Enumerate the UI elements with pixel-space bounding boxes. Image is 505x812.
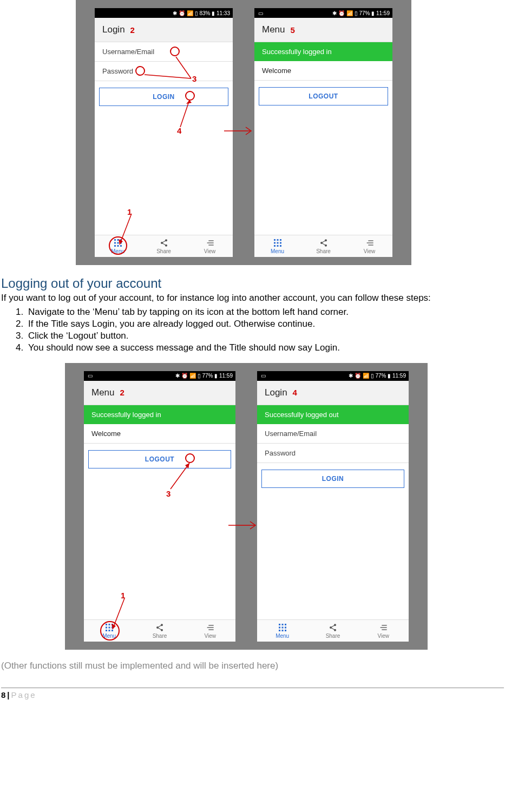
phone-menu: ▭ ✱ ⏰ 📶 ▯ 77% ▮ 11:59 Menu 2 Successfull… — [84, 371, 235, 642]
list-icon — [187, 239, 233, 247]
step-item: Click the ‘Logout’ button. — [26, 331, 505, 341]
svg-rect-27 — [280, 245, 281, 247]
step-item: You should now see a success message and… — [26, 342, 505, 353]
status-icons: ✱ ⏰ 📶 ▯ 77% ▮ 11:59 — [332, 10, 390, 16]
password-field[interactable]: Password — [95, 62, 233, 81]
success-banner: Successfully logged in — [254, 42, 392, 61]
annotation-1: 1 — [127, 207, 132, 216]
tab-share[interactable]: Share — [134, 620, 185, 642]
status-icons: ✱ ⏰ 📶 ▯ 77% ▮ 11:59 — [175, 373, 233, 379]
annotation-2: 2 — [120, 388, 124, 397]
screen-title: Menu — [91, 387, 115, 398]
section-heading: Logging out of your account — [0, 276, 505, 291]
svg-rect-54 — [279, 630, 280, 631]
title-bar: Menu 2 — [84, 381, 235, 405]
page-label: Page — [11, 690, 37, 699]
image-icon: ▭ — [88, 373, 93, 379]
figure-login-flow: ✱ ⏰ 📶 ▯ 83% ▮ 11:33 Login 2 Username/Ema… — [76, 0, 411, 265]
bottom-nav: Menu Share View — [84, 619, 235, 642]
annotation-4: 4 — [293, 388, 297, 397]
username-field[interactable]: Username/Email — [257, 424, 409, 444]
tab-view[interactable]: View — [185, 620, 235, 642]
tab-share[interactable]: Share — [300, 235, 346, 257]
share-icon — [300, 239, 346, 247]
status-icons: ✱ ⏰ 📶 ▯ 83% ▮ 11:33 — [173, 10, 230, 16]
svg-rect-56 — [285, 630, 286, 631]
status-icons: ✱ ⏰ 📶 ▯ 77% ▮ 11:59 — [349, 373, 406, 379]
title-bar: Menu 5 — [254, 18, 392, 42]
annotation-5: 5 — [291, 25, 295, 35]
svg-rect-53 — [285, 626, 286, 628]
svg-rect-20 — [277, 239, 278, 241]
screen-title: Login — [102, 24, 125, 35]
status-bar: ▭ ✱ ⏰ 📶 ▯ 77% ▮ 11:59 — [84, 371, 235, 381]
svg-rect-51 — [279, 626, 280, 628]
login-button[interactable]: LOGIN — [261, 470, 404, 488]
share-icon — [141, 239, 187, 247]
phone-login-after: ▭ ✱ ⏰ 📶 ▯ 77% ▮ 11:59 Login 4 Successful… — [257, 371, 409, 642]
share-icon — [134, 623, 185, 632]
tab-share[interactable]: Share — [307, 620, 358, 642]
welcome-text: Welcome — [84, 424, 235, 444]
svg-rect-55 — [281, 630, 283, 631]
svg-rect-52 — [281, 626, 283, 628]
tab-share[interactable]: Share — [141, 235, 187, 257]
annotation-4: 4 — [177, 126, 181, 135]
note-text: (Other functions still must be implement… — [1, 661, 505, 671]
username-field[interactable]: Username/Email — [95, 42, 233, 62]
bottom-nav: Menu Share View — [254, 235, 392, 257]
svg-rect-22 — [274, 242, 276, 244]
grid-icon — [257, 623, 307, 632]
password-field[interactable]: Password — [257, 444, 409, 463]
success-banner: Successfully logged out — [257, 405, 409, 424]
bottom-nav: Menu Share View — [95, 235, 233, 257]
status-bar: ▭ ✱ ⏰ 📶 ▯ 77% ▮ 11:59 — [257, 371, 409, 381]
svg-rect-48 — [279, 624, 280, 625]
step-item: If the Title says Login, you are already… — [26, 319, 505, 329]
svg-rect-24 — [280, 242, 281, 244]
logout-button[interactable]: LOGOUT — [259, 87, 388, 105]
figure-logout-flow: ▭ ✱ ⏰ 📶 ▯ 77% ▮ 11:59 Menu 2 Successfull… — [65, 363, 428, 650]
image-icon: ▭ — [258, 10, 263, 16]
svg-rect-49 — [281, 624, 283, 625]
tab-view[interactable]: View — [346, 235, 392, 257]
grid-icon — [254, 239, 300, 247]
annotation-2: 2 — [130, 25, 135, 35]
list-icon — [185, 623, 235, 632]
tab-menu[interactable]: Menu — [254, 235, 300, 257]
svg-rect-21 — [280, 239, 281, 241]
phone-menu: ▭ ✱ ⏰ 📶 ▯ 77% ▮ 11:59 Menu 5 Successfull… — [254, 8, 392, 257]
login-button[interactable]: LOGIN — [99, 88, 228, 106]
title-bar: Login 4 — [257, 381, 409, 405]
phone-login: ✱ ⏰ 📶 ▯ 83% ▮ 11:33 Login 2 Username/Ema… — [95, 8, 233, 257]
tab-view[interactable]: View — [358, 620, 409, 642]
image-icon: ▭ — [261, 373, 266, 379]
bottom-nav: Menu Share View — [257, 619, 409, 642]
share-icon — [307, 623, 358, 632]
svg-rect-23 — [277, 242, 278, 244]
svg-rect-50 — [285, 624, 286, 625]
annotation-3: 3 — [192, 74, 196, 83]
svg-rect-25 — [274, 245, 276, 247]
step-item: Navigate to the ‘Menu’ tab by tapping on… — [26, 307, 505, 318]
svg-rect-26 — [277, 245, 278, 247]
annotation-1: 1 — [121, 591, 125, 600]
steps-list: Navigate to the ‘Menu’ tab by tapping on… — [14, 307, 505, 353]
tab-menu[interactable]: Menu — [257, 620, 307, 642]
list-icon — [346, 239, 392, 247]
status-bar: ▭ ✱ ⏰ 📶 ▯ 77% ▮ 11:59 — [254, 8, 392, 18]
success-banner: Successfully logged in — [84, 405, 235, 424]
page-footer: 8|Page — [1, 688, 504, 699]
welcome-text: Welcome — [254, 61, 392, 81]
list-icon — [358, 623, 409, 632]
tab-menu[interactable]: Menu — [95, 235, 141, 257]
screen-title: Menu — [262, 24, 285, 35]
annotation-3: 3 — [166, 489, 170, 498]
tab-menu[interactable]: Menu — [84, 620, 134, 642]
title-bar: Login 2 — [95, 18, 233, 42]
tab-view[interactable]: View — [187, 235, 233, 257]
status-bar: ✱ ⏰ 📶 ▯ 83% ▮ 11:33 — [95, 8, 233, 18]
svg-rect-19 — [274, 239, 276, 241]
screen-title: Login — [265, 387, 287, 398]
logout-button[interactable]: LOGOUT — [88, 450, 231, 468]
